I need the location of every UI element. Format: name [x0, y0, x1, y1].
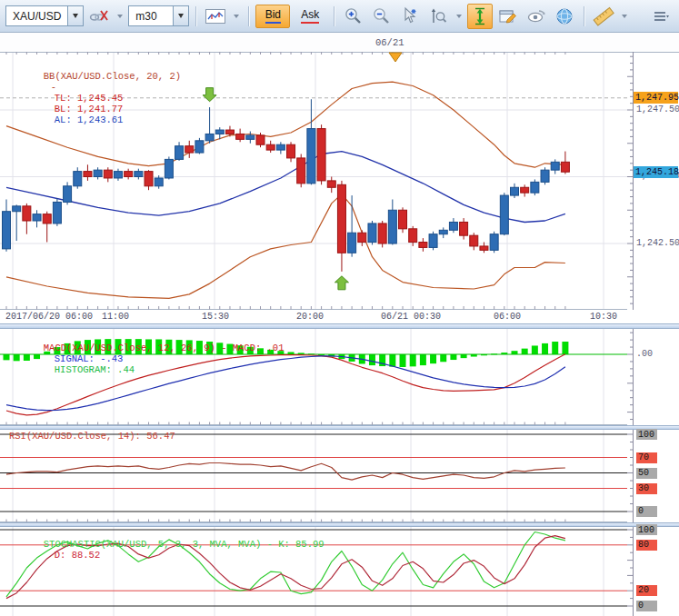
broken-chain-icon	[89, 7, 109, 25]
time-axis-label: 2017/06/20 06:00	[5, 312, 93, 322]
ask-price-badge: 1,247.95	[634, 92, 678, 104]
bb-indicator-label: BB(XAU/USD.Close, 20, 2) - TL: 1,245.45 …	[9, 60, 181, 136]
bid-toggle-button[interactable]: Bid	[255, 5, 290, 28]
window-pencil-icon	[498, 7, 518, 25]
macd-indicator-label: MACD(XAU/USD.Close, 12, 26, 9) - MACD: .…	[9, 332, 284, 386]
stochastic-panel: STOCHASTIC(XAU/USD, 5, 3, 3, MVA, MVA) -…	[0, 527, 679, 616]
price-axis-label: 1,247.50	[636, 104, 679, 114]
timeframe-select[interactable]: m30	[128, 5, 189, 26]
globe-icon	[554, 6, 574, 26]
time-axis-label: 20:00	[296, 312, 324, 322]
chart-header-strip: 06/21	[0, 33, 679, 52]
ask-button-label: Ask	[301, 8, 319, 24]
bb-label-al-value: AL: 1,243.61	[55, 114, 124, 125]
main-price-chart-panel: BB(XAU/USD.Close, 20, 2) - TL: 1,245.45 …	[0, 52, 679, 310]
toolbar-separator	[195, 6, 196, 26]
annotation-button[interactable]	[495, 4, 521, 29]
stochastic-label-d-value: D: 88.52	[55, 550, 100, 561]
ruler-icon	[592, 6, 615, 26]
zoom-in-icon	[344, 6, 364, 26]
time-axis-label: 06/21 00:30	[381, 312, 441, 322]
zoom-out-button[interactable]	[369, 4, 394, 29]
stochastic-level-badge: 100	[636, 524, 657, 535]
rsi-chart-canvas[interactable]	[0, 430, 679, 522]
time-axis-label: 10:30	[590, 312, 617, 322]
link-instrument-button[interactable]	[86, 4, 112, 29]
toolbar-separator	[334, 6, 335, 26]
zoom-in-button[interactable]	[341, 4, 366, 29]
time-axis-label: 11:00	[102, 312, 129, 322]
autoscale-button[interactable]	[467, 4, 493, 29]
stochastic-level-badge: 80	[636, 540, 657, 551]
toolbar: XAU/USD m30 Bid Ask	[0, 0, 679, 33]
zoom-out-icon	[372, 6, 392, 26]
bb-label-name: BB(XAU/USD.Close, 20, 2)	[44, 71, 181, 82]
toolbar-separator	[248, 6, 249, 26]
macd-label-value: MACD(XAU/USD.Close, 12, 26, 9) - MACD: .…	[44, 343, 285, 353]
stochastic-label-k-value: STOCHASTIC(XAU/USD, 5, 3, 3, MVA, MVA) -…	[44, 539, 325, 550]
timeframe-select-dropdown-button[interactable]	[173, 6, 188, 25]
bb-label-bl-value: BL: 1,241.77	[55, 104, 124, 114]
rsi-level-badge: 100	[636, 429, 657, 440]
chart-type-caret[interactable]	[234, 15, 239, 18]
rsi-indicator-label: RSI(XAU/USD.Close, 14): 56.47	[9, 431, 175, 442]
macd-zero-axis-label: .00	[636, 349, 653, 359]
visibility-button[interactable]	[524, 4, 549, 29]
rsi-level-badge: 0	[636, 506, 657, 517]
ruler-button[interactable]	[591, 4, 616, 29]
measure-zoom-button[interactable]	[425, 4, 451, 29]
price-axis-label: 1,242.50	[636, 238, 679, 248]
toolbar-separator	[584, 6, 584, 26]
rsi-panel: RSI(XAU/USD.Close, 14): 56.47 100 70 50 …	[0, 430, 679, 522]
bb-label-tl-value: TL: 1,245.45	[55, 93, 124, 104]
autoscale-arrows-icon	[472, 6, 488, 26]
rsi-level-badge: 30	[636, 483, 657, 494]
rsi-level-badge: 50	[636, 468, 657, 479]
bid-button-label: Bid	[265, 8, 281, 24]
time-axis-label: 15:30	[202, 312, 229, 322]
symbol-select[interactable]: XAU/USD	[5, 5, 84, 26]
time-axis[interactable]: 2017/06/20 06:00 11:00 15:30 20:00 06/21…	[0, 310, 679, 323]
bid-price-badge: 1,245.18	[634, 166, 678, 178]
stochastic-level-badge: 20	[636, 585, 657, 596]
macd-label-histogram-value: HISTOGRAM: .44	[55, 364, 135, 375]
ruler-dropdown-caret[interactable]	[622, 15, 627, 18]
ask-toggle-button[interactable]: Ask	[293, 5, 327, 28]
macd-panel: MACD(XAU/USD.Close, 12, 26, 9) - MACD: .…	[0, 329, 679, 425]
chart-type-button[interactable]	[203, 4, 228, 29]
symbol-select-value: XAU/USD	[6, 6, 67, 25]
chevron-down-icon	[178, 14, 184, 18]
symbol-select-dropdown-button[interactable]	[67, 6, 83, 25]
time-axis-label: 06:00	[494, 312, 521, 322]
candlestick-chart-icon	[205, 7, 226, 25]
link-dropdown-caret[interactable]	[117, 15, 123, 18]
macd-label-signal-value: SIGNAL: -.43	[55, 353, 124, 364]
day-marker-label: 06/21	[375, 37, 404, 48]
stochastic-indicator-label: STOCHASTIC(XAU/USD, 5, 3, 3, MVA, MVA) -…	[9, 528, 325, 571]
menu-lines-icon	[652, 8, 670, 25]
stochastic-level-badge: 0	[636, 601, 657, 611]
rsi-level-badge: 70	[636, 452, 657, 463]
trading-app-window: XAU/USD m30 Bid Ask	[0, 0, 679, 616]
measure-dropdown-caret[interactable]	[456, 15, 462, 18]
pointer-zoom-icon	[400, 6, 420, 26]
vertical-measure-icon	[428, 6, 448, 26]
globe-button[interactable]	[552, 4, 577, 29]
chevron-down-icon	[73, 14, 78, 18]
cursor-zoom-button[interactable]	[397, 4, 423, 29]
chart-menu-button[interactable]	[648, 4, 674, 29]
bb-label-separator: -	[51, 82, 56, 93]
eye-icon	[525, 7, 547, 25]
timeframe-select-value: m30	[129, 6, 173, 25]
